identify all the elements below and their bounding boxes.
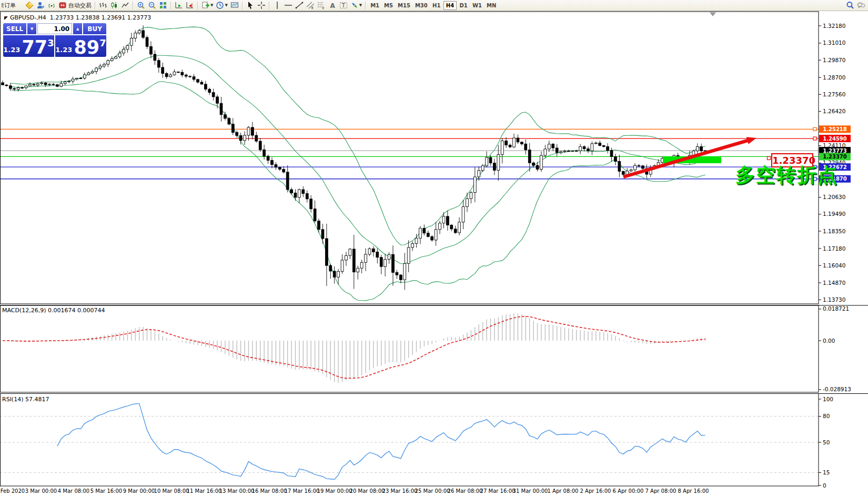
turning-point-annotation[interactable]: 多空转折点 <box>735 162 838 189</box>
templates-button[interactable] <box>229 1 240 11</box>
svg-text:31 Mar 00:00: 31 Mar 00:00 <box>513 488 548 494</box>
sell-price-base: 1.23 <box>3 46 20 54</box>
community-button[interactable] <box>35 1 46 11</box>
arrows-button[interactable]: ▼ <box>349 1 363 11</box>
bar-chart-button[interactable] <box>98 1 108 11</box>
crosshair-button[interactable] <box>256 1 267 11</box>
timeframe-h4[interactable]: H4 <box>443 1 457 10</box>
timeframe-h1[interactable]: H1 <box>430 1 443 10</box>
buy-price-display[interactable]: 1.23 89 7 <box>55 35 106 57</box>
search-button[interactable] <box>845 1 855 11</box>
buy-price-pips: 89 <box>74 38 99 56</box>
chart-title-text: GBPUSD-,H4 1.23733 1.23838 1.23691 1.237… <box>10 14 151 21</box>
gold-diamond-icon <box>25 1 34 9</box>
volume-decrease-button[interactable]: ▼ <box>27 23 36 34</box>
svg-text:1.13730: 1.13730 <box>823 296 845 303</box>
auto-scroll-button[interactable] <box>174 1 184 11</box>
toolbar: 新订单 自动交易 ▼ ▼ E F A T ▼ M1 M5 M15 M30 H1 … <box>0 0 868 11</box>
price-chart-canvas[interactable]: 1.321801.310101.298701.287001.275601.264… <box>0 11 868 496</box>
text-button[interactable]: A <box>327 1 338 11</box>
toolbar-separator <box>95 2 96 9</box>
equidistant-channel-button[interactable]: E <box>305 1 316 11</box>
person-icon <box>36 1 45 9</box>
chat-button[interactable] <box>856 1 866 11</box>
market-button[interactable] <box>24 1 35 11</box>
dropdown-arrow-icon: ▼ <box>210 3 213 7</box>
sell-price-display[interactable]: 1.23 77 3 <box>3 35 54 57</box>
new-chart-icon <box>201 1 210 9</box>
rsi-label: RSI(14) 57.4817 <box>2 396 49 403</box>
signals-button[interactable] <box>46 1 57 11</box>
zoom-out-button[interactable] <box>147 1 157 11</box>
crosshair-icon <box>257 1 266 9</box>
fibonacci-button[interactable]: F <box>316 1 327 11</box>
chart-shift-button[interactable] <box>185 1 195 11</box>
tile-windows-button[interactable] <box>158 1 168 11</box>
new-chart-button[interactable]: ▼ <box>200 1 214 11</box>
vertical-line-icon <box>273 1 281 9</box>
svg-text:27 Mar 16:00: 27 Mar 16:00 <box>480 488 516 494</box>
svg-text:1.25218: 1.25218 <box>823 126 847 132</box>
buy-button[interactable]: BUY <box>83 23 106 34</box>
timeframe-d1[interactable]: D1 <box>457 1 470 10</box>
svg-text:9 Mar 00:00: 9 Mar 00:00 <box>123 488 155 494</box>
fibonacci-icon: F <box>317 1 326 9</box>
buy-price-base: 1.23 <box>55 46 72 54</box>
svg-text:1.27560: 1.27560 <box>823 91 845 97</box>
svg-text:7 Apr 08:00: 7 Apr 08:00 <box>645 488 677 494</box>
horizontal-line-button[interactable] <box>283 1 294 11</box>
svg-text:1.31010: 1.31010 <box>823 39 845 46</box>
svg-text:10 Mar 08:00: 10 Mar 08:00 <box>154 488 189 494</box>
dropdown-arrow-icon: ▼ <box>359 3 362 7</box>
search-icon <box>846 1 854 9</box>
svg-text:F: F <box>322 6 325 9</box>
line-chart-button[interactable] <box>120 1 130 11</box>
text-label-icon: T <box>339 1 348 9</box>
svg-text:19 Mar 00:00: 19 Mar 00:00 <box>317 488 352 494</box>
sell-button[interactable]: SELL <box>3 23 26 34</box>
svg-text:1.14870: 1.14870 <box>823 280 845 286</box>
svg-text:4 Mar 08:00: 4 Mar 08:00 <box>58 488 89 494</box>
line-chart-icon <box>121 1 129 9</box>
svg-text:3 Mar 00:00: 3 Mar 00:00 <box>25 488 57 494</box>
chart-shift-icon <box>186 1 194 9</box>
svg-text:20 Mar 08:00: 20 Mar 08:00 <box>350 488 385 494</box>
svg-text:1.32180: 1.32180 <box>823 23 845 29</box>
svg-text:28 Feb 2020: 28 Feb 2020 <box>0 488 25 494</box>
svg-text:80: 80 <box>823 413 830 419</box>
timeframe-w1[interactable]: W1 <box>470 1 484 10</box>
volume-input[interactable] <box>37 23 72 34</box>
trendline-button[interactable] <box>294 1 305 11</box>
candlestick-chart-button[interactable] <box>109 1 119 11</box>
timeframe-m5[interactable]: M5 <box>382 1 395 10</box>
timeframe-m1[interactable]: M1 <box>368 1 381 10</box>
zoom-out-icon <box>148 1 156 9</box>
timeframe-m30[interactable]: M30 <box>413 1 430 10</box>
timeframe-mn[interactable]: MN <box>485 1 498 10</box>
svg-text:26 Mar 08:00: 26 Mar 08:00 <box>448 488 483 494</box>
cursor-button[interactable] <box>245 1 256 11</box>
volume-increase-button[interactable]: ▲ <box>73 23 82 34</box>
svg-text:A: A <box>330 2 335 9</box>
auto-scroll-icon <box>175 1 183 9</box>
svg-text:8 Apr 16:00: 8 Apr 16:00 <box>678 488 709 494</box>
svg-text:1.19490: 1.19490 <box>823 211 845 217</box>
new-order-button[interactable]: 新订单 <box>2 1 24 11</box>
bar-chart-icon <box>99 1 107 9</box>
svg-text:1.29870: 1.29870 <box>823 57 845 63</box>
svg-text:11 Mar 16:00: 11 Mar 16:00 <box>187 488 222 494</box>
svg-text:T: T <box>341 2 345 9</box>
text-label-button[interactable]: T <box>338 1 349 11</box>
cursor-icon <box>246 1 255 9</box>
channel-icon: E <box>306 1 315 9</box>
template-icon <box>230 1 239 9</box>
zoom-in-button[interactable] <box>136 1 146 11</box>
svg-text:1.16040: 1.16040 <box>823 262 845 269</box>
svg-text:16 Mar 08:00: 16 Mar 08:00 <box>252 488 287 494</box>
timeframe-m15[interactable]: M15 <box>396 1 412 10</box>
svg-text:1.20630: 1.20630 <box>823 194 845 200</box>
buy-price-point: 7 <box>99 37 106 48</box>
auto-trading-button[interactable]: 自动交易 <box>57 1 93 11</box>
period-menu-button[interactable]: ▼ <box>215 1 228 11</box>
vertical-line-button[interactable] <box>272 1 282 11</box>
